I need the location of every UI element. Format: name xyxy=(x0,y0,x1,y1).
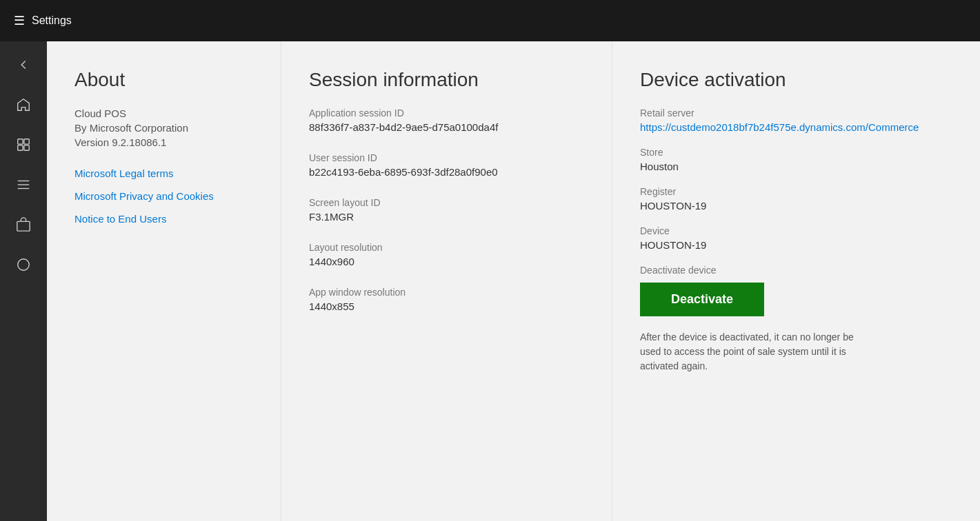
bag-button[interactable] xyxy=(7,208,40,241)
about-column: About Cloud POS By Microsoft Corporation… xyxy=(47,41,281,521)
titlebar-title: Settings xyxy=(32,14,72,27)
about-company: By Microsoft Corporation xyxy=(74,122,253,134)
svg-rect-3 xyxy=(24,145,29,150)
device-value: HOUSTON-19 xyxy=(640,239,952,251)
app-session-value: 88f336f7-a837-b4d2-9ae5-d75a0100da4f xyxy=(309,121,584,133)
layout-resolution-value: 1440x960 xyxy=(309,256,584,267)
svg-rect-2 xyxy=(18,145,23,150)
app-window-resolution-group: App window resolution 1440x855 xyxy=(309,287,584,312)
screen-layout-group: Screen layout ID F3.1MGR xyxy=(309,197,584,223)
privacy-cookies-link[interactable]: Microsoft Privacy and Cookies xyxy=(74,190,253,202)
svg-point-8 xyxy=(18,259,30,271)
svg-rect-1 xyxy=(24,139,29,144)
register-value: HOUSTON-19 xyxy=(640,200,952,212)
titlebar: ☰ Settings xyxy=(0,0,980,41)
retail-server-url: https://custdemo2018bf7b24f575e.dynamics… xyxy=(640,121,952,133)
svg-rect-7 xyxy=(17,221,30,231)
user-session-group: User session ID b22c4193-6eba-6895-693f-… xyxy=(309,152,584,178)
deactivate-device-label: Deactivate device xyxy=(640,265,952,276)
deactivate-button[interactable]: Deactivate xyxy=(640,283,764,316)
device-title: Device activation xyxy=(640,69,952,91)
about-version: Version 9.2.18086.1 xyxy=(74,136,253,148)
store-value: Houston xyxy=(640,161,952,172)
svg-rect-0 xyxy=(18,139,23,144)
app-window-resolution-label: App window resolution xyxy=(309,287,584,298)
notice-end-users-link[interactable]: Notice to End Users xyxy=(74,213,253,225)
app-body: About Cloud POS By Microsoft Corporation… xyxy=(0,41,980,521)
session-column: Session information Application session … xyxy=(281,41,612,521)
device-label: Device xyxy=(640,225,952,236)
screen-layout-label: Screen layout ID xyxy=(309,197,584,208)
screen-layout-value: F3.1MGR xyxy=(309,211,584,223)
about-title: About xyxy=(74,69,253,91)
home-button[interactable] xyxy=(7,88,40,121)
session-title: Session information xyxy=(309,69,584,91)
back-button[interactable] xyxy=(7,48,40,81)
app-session-group: Application session ID 88f336f7-a837-b4d… xyxy=(309,108,584,133)
circle-button[interactable] xyxy=(7,248,40,281)
user-session-label: User session ID xyxy=(309,152,584,163)
deactivate-note: After the device is deactivated, it can … xyxy=(640,330,861,374)
about-app-name: Cloud POS xyxy=(74,108,253,119)
hamburger-icon[interactable]: ☰ xyxy=(14,14,25,27)
user-session-value: b22c4193-6eba-6895-693f-3df28a0f90e0 xyxy=(309,166,584,178)
app-session-label: Application session ID xyxy=(309,108,584,119)
menu-lines-button[interactable] xyxy=(7,168,40,201)
retail-server-label: Retail server xyxy=(640,108,952,119)
store-label: Store xyxy=(640,147,952,158)
box-button[interactable] xyxy=(7,128,40,161)
sidebar xyxy=(0,41,47,521)
layout-resolution-label: Layout resolution xyxy=(309,242,584,253)
register-label: Register xyxy=(640,186,952,197)
legal-terms-link[interactable]: Microsoft Legal terms xyxy=(74,167,253,179)
layout-resolution-group: Layout resolution 1440x960 xyxy=(309,242,584,267)
app-window-resolution-value: 1440x855 xyxy=(309,300,584,312)
device-column: Device activation Retail server https://… xyxy=(612,41,980,521)
main-content: About Cloud POS By Microsoft Corporation… xyxy=(47,41,980,521)
